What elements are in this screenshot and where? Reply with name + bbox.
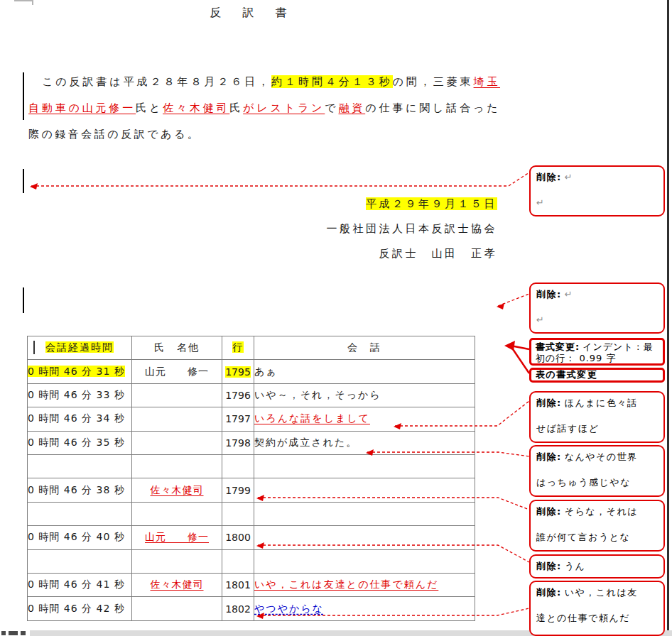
header-line[interactable]: 行 — [222, 336, 254, 360]
revision-balloon-deletion[interactable]: 削除:なんやその世界 はっちゅう感じやな — [529, 445, 665, 497]
balloon-text: インデント：最 — [582, 341, 654, 352]
cell-line[interactable]: 1796 — [222, 383, 254, 407]
cell-talk[interactable]: 契約が成立された。 — [254, 431, 475, 454]
cell-line[interactable]: 1798 — [222, 431, 254, 454]
table-row: 0 時間 46 分 35 秒 1798 契約が成立された。 — [28, 431, 475, 454]
table-row: 0 時間 46 分 38 秒 佐々木健司 1799 — [28, 478, 475, 502]
cell-line[interactable]: 1801 — [222, 574, 254, 597]
cell-name[interactable] — [132, 407, 222, 431]
cell-talk[interactable] — [254, 549, 475, 573]
revision-balloon-deletion[interactable]: 削除:そらな，それは 誰が何て言おうとな — [529, 500, 665, 552]
cell-name[interactable] — [132, 549, 222, 573]
highlighted-time: 0 時間 46 分 31 秒 — [28, 366, 125, 377]
table-header-row: 会話経過時間 氏 名他 行 会 話 — [28, 336, 475, 360]
deleted-text: いや，これは友達との仕事で頼んだ — [254, 579, 438, 590]
revision-balloon-table-format-change[interactable]: 表の書式変更 — [529, 368, 665, 383]
table-row — [28, 549, 475, 573]
cell-talk[interactable]: いや～，それ，そっから — [254, 383, 475, 407]
balloon-label: 削除: — [536, 587, 562, 598]
revision-balloon-deletion[interactable]: 削除:↵ ↵ — [529, 165, 665, 216]
balloon-label: 削除: — [536, 398, 562, 408]
body-paragraph[interactable]: この反訳書は平成２８年８月２６日，約１時間４分１３秒の間，三菱東埼玉自動車の山元… — [28, 69, 500, 148]
cell-time[interactable] — [28, 455, 132, 478]
text-segment: 氏と — [136, 102, 163, 114]
cell-talk[interactable] — [254, 478, 475, 502]
cell-name[interactable] — [132, 455, 222, 478]
cell-time[interactable] — [28, 549, 132, 573]
header-elapsed-time[interactable]: 会話経過時間 — [28, 336, 132, 360]
cell-name[interactable] — [132, 502, 222, 525]
pilcrow-mark: ↵ — [565, 289, 573, 300]
change-bar — [23, 72, 24, 120]
cell-name[interactable] — [132, 597, 222, 621]
cell-time[interactable]: 0 時間 46 分 34 秒 — [28, 407, 132, 431]
cell-time[interactable]: 0 時間 46 分 41 秒 — [28, 574, 132, 597]
cell-name[interactable]: 山元 修一 — [132, 526, 222, 549]
cell-time[interactable]: 0 時間 46 分 31 秒 — [28, 360, 132, 383]
cell-line[interactable]: 1800 — [222, 526, 254, 549]
balloon-text: ほんまに色々話 — [565, 398, 638, 408]
cell-talk[interactable] — [254, 502, 475, 525]
date-line[interactable]: 平成２９年９月１５日 — [27, 197, 497, 211]
cell-time[interactable]: 0 時間 46 分 42 秒 — [28, 597, 132, 621]
organization-line[interactable]: 一般社団法人日本反訳士協会 — [27, 222, 497, 236]
table-row: 0 時間 46 分 42 秒 1802 やつやからな — [28, 597, 475, 621]
cell-talk[interactable] — [254, 526, 475, 549]
cell-talk[interactable]: いろんな話をしまして — [254, 407, 475, 431]
highlighted-header: 会話経過時間 — [45, 341, 114, 353]
balloon-text: なんやその世界 — [565, 451, 638, 462]
table-row: 0 時間 46 分 33 秒 1796 いや～，それ，そっから — [28, 383, 475, 407]
cell-time[interactable]: 0 時間 46 分 35 秒 — [28, 431, 132, 454]
cell-talk[interactable] — [254, 455, 475, 478]
cell-time[interactable] — [28, 502, 132, 525]
highlighted-header: 行 — [232, 341, 244, 353]
revision-balloon-deletion[interactable]: 削除:いや，これは友 達との仕事で頼んだ — [529, 581, 665, 636]
cell-line[interactable] — [222, 502, 254, 525]
revision-balloon-format-change[interactable]: 書式変更:インデント：最 初の行： 0.99 字 — [529, 338, 665, 366]
deleted-text: 佐々木健司 — [151, 579, 204, 590]
cell-line[interactable] — [222, 455, 254, 478]
revision-balloon-deletion[interactable]: 削除:ほんまに色々話 せば話すほど — [529, 391, 665, 443]
inserted-text: やつやからな — [254, 603, 324, 614]
balloon-text: 達との仕事で頼んだ — [536, 613, 630, 623]
text-segment: この反訳書は平成２８年８月２６日， — [28, 75, 271, 88]
cell-line[interactable] — [222, 549, 254, 573]
balloon-text: そらな，それは — [565, 506, 638, 517]
cell-name[interactable]: 山元 修一 — [132, 360, 222, 383]
revision-balloon-deletion[interactable]: 削除:うん — [529, 554, 665, 579]
pilcrow-mark: ↵ — [536, 314, 545, 325]
pilcrow-mark: ↵ — [536, 197, 545, 208]
word-document-page: 反 訳 書 この反訳書は平成２８年８月２６日，約１時間４分１３秒の間，三菱東埼玉… — [0, 0, 672, 636]
header-name[interactable]: 氏 名他 — [132, 336, 222, 360]
balloon-label: 書式変更: — [536, 341, 580, 352]
deleted-text: 佐々木健司 — [151, 484, 204, 495]
table-row: 0 時間 46 分 40 秒 山元 修一 1800 — [28, 526, 475, 549]
balloon-label: 表の書式変更 — [536, 369, 597, 380]
cell-line[interactable]: 1797 — [222, 407, 254, 431]
cell-talk[interactable]: やつやからな — [254, 597, 475, 621]
text-cursor — [33, 341, 35, 354]
header-talk[interactable]: 会 話 — [254, 336, 475, 360]
cell-time[interactable]: 0 時間 46 分 38 秒 — [28, 478, 132, 502]
document-title[interactable]: 反 訳 書 — [27, 6, 475, 21]
cell-name[interactable]: 佐々木健司 — [132, 478, 222, 502]
transcript-table: 会話経過時間 氏 名他 行 会 話 0 時間 46 分 31 秒 山元 修一 1… — [27, 336, 475, 621]
cell-name[interactable] — [132, 431, 222, 454]
cell-talk[interactable]: いや，これは友達との仕事で頼んだ — [254, 574, 475, 597]
cell-time[interactable]: 0 時間 46 分 40 秒 — [28, 526, 132, 549]
signer-line[interactable]: 反訳士 山田 正孝 — [27, 247, 497, 261]
cell-line[interactable]: 1795 — [222, 360, 254, 383]
highlighted-date: 平成２９年９月１５日 — [366, 197, 497, 210]
page-right-edge — [667, 0, 669, 636]
balloon-label: 削除: — [536, 506, 562, 517]
cell-time[interactable]: 0 時間 46 分 33 秒 — [28, 383, 132, 407]
text-segment: の間，三菱東 — [393, 75, 474, 88]
revision-balloon-deletion[interactable]: 削除:↵ ↵ — [529, 283, 665, 334]
table-row — [28, 455, 475, 478]
cell-line[interactable]: 1799 — [222, 478, 254, 502]
table-row: 0 時間 46 分 31 秒 山元 修一 1795 あぁ — [28, 360, 475, 383]
cell-name[interactable]: 佐々木健司 — [132, 574, 222, 597]
cell-line[interactable]: 1802 — [222, 597, 254, 621]
cell-talk[interactable]: あぁ — [254, 360, 475, 383]
cell-name[interactable] — [132, 383, 222, 407]
